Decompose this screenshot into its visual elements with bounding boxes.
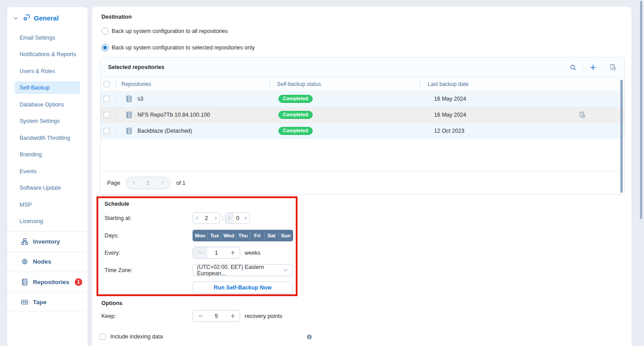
repository-icon: [125, 127, 133, 135]
hours-value[interactable]: 2: [201, 215, 212, 221]
status-badge: Completed: [278, 95, 313, 103]
sidebar-section-label: Nodes: [33, 258, 51, 265]
starting-at-row: Starting at: 2 : 0: [105, 212, 250, 224]
radio-button-selected-icon[interactable]: [101, 44, 109, 51]
sidebar-item-inventory[interactable]: Inventory: [7, 231, 88, 252]
radio-all-repositories[interactable]: Back up system configuration to all repo…: [101, 28, 228, 35]
timezone-dropdown[interactable]: (UTC+02:00, EET) Eastern European...: [193, 264, 293, 276]
info-icon[interactable]: [306, 334, 312, 340]
include-indexing-checkbox[interactable]: [100, 334, 106, 340]
sidebar-item-licensing[interactable]: Licensing: [7, 213, 88, 230]
radio-button-icon[interactable]: [101, 28, 109, 35]
pagination-next-icon[interactable]: [160, 180, 165, 185]
sidebar-item-events[interactable]: Events: [7, 163, 88, 180]
row-checkbox[interactable]: [104, 112, 110, 118]
keep-stepper[interactable]: 5: [193, 310, 240, 322]
day-button-sun[interactable]: Sun: [278, 230, 293, 241]
selected-repositories-title: Selected repositories: [108, 64, 164, 70]
sidebar-item-software-update[interactable]: Software Update: [7, 180, 88, 197]
sidebar-item-tape[interactable]: Tape: [7, 292, 88, 313]
table-header-row: Repositories Self-backup status Last bac…: [101, 77, 624, 91]
day-button-sat[interactable]: Sat: [264, 230, 278, 241]
table-scrollbar[interactable]: [620, 80, 623, 193]
days-selector: Mon Tue Wed Thu Fri Sat Sun: [193, 230, 293, 241]
sidebar-item-msp[interactable]: MSP: [7, 196, 88, 213]
pagination-total: of 1: [176, 180, 185, 186]
column-header-last-backup[interactable]: Last backup date: [428, 81, 468, 87]
add-repository-icon[interactable]: [589, 63, 597, 72]
nodes-icon: [20, 257, 29, 266]
page-scrollbar[interactable]: [640, 1, 642, 219]
column-header-status[interactable]: Self-backup status: [277, 81, 321, 87]
every-row: Every: 1 weeks: [105, 247, 260, 259]
minutes-increase-icon[interactable]: [242, 213, 250, 224]
sidebar-item-system-settings[interactable]: System Settings: [7, 113, 88, 130]
starting-at-label: Starting at:: [105, 215, 193, 221]
sidebar-item-nodes[interactable]: Nodes: [7, 252, 88, 272]
hours-increase-icon[interactable]: [212, 213, 220, 224]
timezone-row: Time Zone: (UTC+02:00, EET) Eastern Euro…: [105, 264, 293, 276]
schedule-section-title: Schedule: [105, 201, 129, 207]
detach-repository-icon[interactable]: [609, 63, 617, 71]
last-backup-date: 12 Oct 2023: [434, 128, 464, 134]
pagination-current-page[interactable]: 1: [147, 180, 150, 186]
day-button-wed[interactable]: Wed: [221, 230, 236, 241]
hours-decrease-icon[interactable]: [193, 213, 201, 224]
search-icon[interactable]: [569, 64, 577, 71]
row-detach-icon[interactable]: [578, 111, 586, 120]
repositories-notification-badge: 1: [75, 278, 82, 286]
pagination-prev-icon[interactable]: [132, 180, 137, 185]
repository-name: NFS Repo7Tb 10.84.100.100: [137, 112, 210, 118]
pagination-bar: Page 1 of 1: [101, 171, 624, 194]
minutes-decrease-icon[interactable]: [225, 213, 233, 224]
destination-section-title: Destination: [101, 14, 132, 20]
radio-selected-repositories[interactable]: Back up system configuration to selected…: [101, 44, 255, 51]
table-row[interactable]: s3 Completed 16 May 2024: [101, 91, 624, 107]
keep-row: Keep: 5 recovery points: [101, 310, 282, 322]
day-button-mon[interactable]: Mon: [193, 230, 207, 241]
keep-increase-icon[interactable]: [225, 310, 240, 322]
sidebar-item-general[interactable]: General: [7, 7, 88, 25]
keep-label: Keep:: [101, 313, 193, 319]
day-button-fri[interactable]: Fri: [250, 230, 264, 241]
include-indexing-row: Include indexing data: [100, 334, 163, 340]
column-header-repositories[interactable]: Repositories: [121, 81, 151, 87]
pagination-control[interactable]: 1: [126, 177, 170, 189]
app: General Email Settings Notifications & R…: [0, 0, 644, 346]
every-decrease-icon[interactable]: [193, 247, 207, 258]
every-increase-icon[interactable]: [225, 247, 240, 258]
hours-stepper[interactable]: 2: [193, 212, 220, 224]
sidebar-item-repositories[interactable]: Repositories 1: [7, 272, 88, 292]
sidebar-section-label: Repositories: [33, 279, 69, 285]
row-checkbox[interactable]: [104, 96, 110, 102]
sidebar-sections: Inventory Nodes: [7, 231, 88, 312]
selected-repositories-header: Selected repositories: [101, 57, 624, 77]
sidebar-item-branding[interactable]: Branding: [7, 147, 88, 163]
inventory-icon: [20, 237, 29, 246]
table-row[interactable]: NFS Repo7Tb 10.84.100.100 Completed 16 M…: [101, 107, 624, 123]
keep-value[interactable]: 5: [207, 310, 225, 322]
sidebar-item-self-backup[interactable]: Self-Backup: [15, 81, 80, 94]
day-button-thu[interactable]: Thu: [236, 230, 250, 241]
run-self-backup-button[interactable]: Run Self-Backup Now: [193, 281, 293, 294]
row-checkbox[interactable]: [104, 128, 110, 134]
day-button-tue[interactable]: Tue: [207, 230, 221, 241]
sidebar-item-database-options[interactable]: Database Options: [7, 96, 88, 113]
sidebar-item-notifications-reports[interactable]: Notifications & Reports: [7, 46, 88, 63]
minutes-value[interactable]: 0: [233, 215, 242, 221]
minutes-stepper[interactable]: 0: [225, 212, 250, 224]
sidebar-item-users-roles[interactable]: Users & Roles: [7, 63, 88, 80]
last-backup-date: 16 May 2024: [434, 112, 466, 118]
tape-icon: [20, 298, 29, 306]
sidebar-item-bandwidth-throttling[interactable]: Bandwidth Throttling: [7, 130, 88, 147]
table-row[interactable]: Backblaze (Detached) Completed 12 Oct 20…: [101, 123, 624, 139]
keep-decrease-icon[interactable]: [193, 310, 207, 322]
keep-unit-label: recovery points: [245, 313, 282, 319]
every-weeks-stepper[interactable]: 1: [193, 247, 240, 259]
every-value[interactable]: 1: [207, 247, 225, 258]
select-all-checkbox[interactable]: [104, 81, 110, 87]
selected-repositories-panel: Selected repositories: [100, 57, 625, 195]
sidebar-item-email-settings[interactable]: Email Settings: [7, 29, 88, 46]
include-indexing-label: Include indexing data: [110, 334, 163, 340]
every-label: Every:: [105, 250, 193, 256]
